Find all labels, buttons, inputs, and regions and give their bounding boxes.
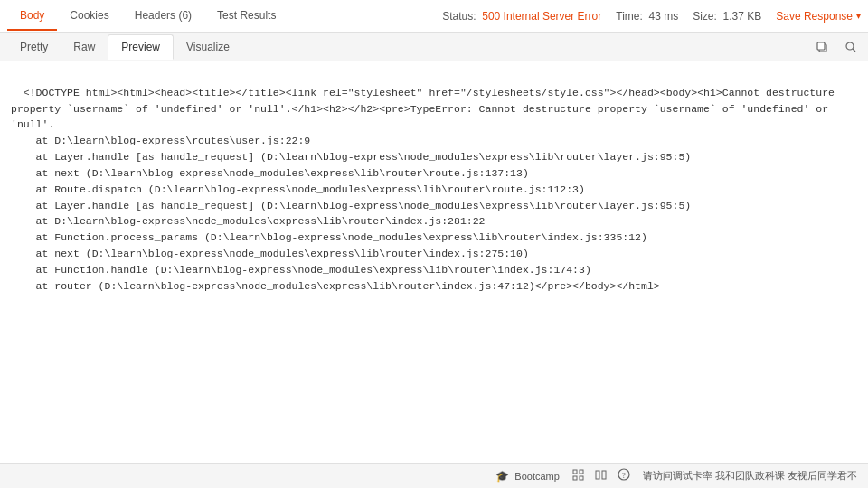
copy-icon-button[interactable] — [812, 39, 832, 55]
dropdown-arrow-icon: ▾ — [856, 11, 861, 21]
search-icon — [844, 41, 857, 53]
bottom-icons: ? — [571, 466, 632, 485]
sub-tab-bar-left: Pretty Raw Preview Visualize — [7, 34, 242, 60]
status-info: Status: 500 Internal Server Error Time: … — [442, 10, 861, 23]
save-response-button[interactable]: Save Response ▾ — [776, 10, 861, 23]
svg-line-3 — [853, 49, 855, 52]
bootcamp-icon: 🎓 — [495, 470, 509, 483]
help-icon-button[interactable]: ? — [616, 466, 632, 485]
response-body-content: <!DOCTYPE html><html><head><title></titl… — [0, 61, 868, 434]
sub-tab-bar: Pretty Raw Preview Visualize — [0, 33, 868, 61]
tab-body[interactable]: Body — [7, 2, 57, 31]
bootcamp-label: 🎓 Bootcamp — [495, 470, 560, 483]
grid-icon-button[interactable] — [571, 467, 586, 485]
svg-rect-8 — [596, 471, 599, 479]
time-label: Time: 43 ms — [616, 10, 678, 23]
help-icon: ? — [618, 468, 630, 481]
tab-test-results[interactable]: Test Results — [204, 2, 288, 31]
sub-tab-pretty[interactable]: Pretty — [7, 35, 61, 59]
columns-icon-button[interactable] — [593, 467, 609, 485]
status-value: 500 Internal Server Error — [482, 10, 601, 23]
grid-icon — [572, 469, 584, 481]
sub-tab-preview[interactable]: Preview — [108, 34, 174, 60]
bottom-bar-right: 🎓 Bootcamp ? — [495, 466, 857, 485]
svg-rect-7 — [580, 476, 583, 480]
sub-tab-bar-right — [812, 39, 861, 55]
sub-tab-raw[interactable]: Raw — [61, 35, 108, 59]
columns-icon — [595, 469, 607, 481]
svg-rect-1 — [817, 42, 825, 50]
size-label: Size: 1.37 KB — [693, 10, 761, 23]
svg-rect-6 — [573, 476, 577, 480]
tab-bar: Body Cookies Headers (6) Test Results St… — [0, 0, 868, 33]
svg-rect-4 — [573, 470, 577, 474]
search-icon-button[interactable] — [841, 39, 861, 55]
status-text-label: Status: — [442, 10, 476, 23]
bottom-text: 请访问调试卡率 我和团队政科课 友视后同学君不 — [643, 469, 857, 483]
tab-bar-left: Body Cookies Headers (6) Test Results — [7, 2, 288, 31]
svg-rect-5 — [580, 470, 583, 474]
tab-headers[interactable]: Headers (6) — [122, 2, 204, 31]
svg-rect-9 — [602, 471, 606, 479]
status-label: Status: 500 Internal Server Error — [442, 10, 601, 23]
svg-point-2 — [846, 42, 854, 50]
bottom-bar: 🎓 Bootcamp ? — [0, 463, 868, 488]
html-content: <!DOCTYPE html><html><head><title></titl… — [11, 87, 835, 292]
copy-icon — [816, 41, 828, 53]
tab-cookies[interactable]: Cookies — [57, 2, 121, 31]
sub-tab-visualize[interactable]: Visualize — [174, 35, 242, 59]
svg-text:?: ? — [622, 471, 626, 480]
bootcamp-text: Bootcamp — [514, 471, 560, 482]
